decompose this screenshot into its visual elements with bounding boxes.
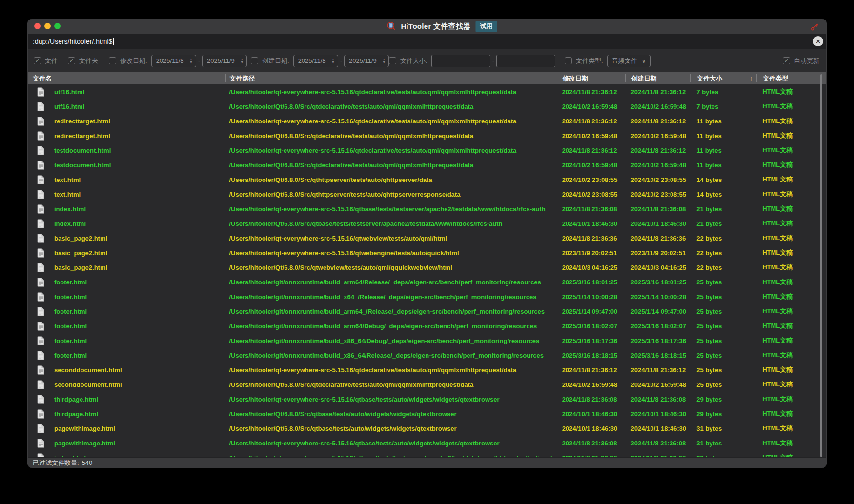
file-path: /Users/hitooler/git/onnxruntime/build_x6… — [225, 293, 556, 301]
column-header-filesize[interactable]: 文件大小 ↑ — [690, 74, 756, 82]
file-size: 31 bytes — [690, 425, 756, 432]
document-file-icon — [37, 439, 44, 448]
file-path: /Users/hitooler/qt-everywhere-src-5.15.1… — [225, 147, 556, 154]
spinner-arrows-icon[interactable]: ▲▼ — [331, 58, 334, 63]
modified-date: 2024/10/1 18:46:30 — [557, 220, 626, 227]
file-size-checkbox[interactable] — [389, 57, 396, 64]
created-date-checkbox[interactable] — [251, 57, 258, 64]
file-path: /Users/hitooler/qt-everywhere-src-5.15.1… — [225, 88, 556, 96]
document-file-icon — [37, 409, 44, 419]
column-header-modified-date[interactable]: 修改日期 — [557, 74, 626, 82]
file-path: /Users/hitooler/git/onnxruntime/build_ar… — [225, 279, 556, 286]
file-checkbox[interactable]: ✓ — [34, 57, 41, 64]
table-row[interactable]: text.html /Users/hitooler/Qt/6.8.0/Src/q… — [28, 187, 826, 202]
file-name: footer.html — [54, 323, 87, 330]
file-type: HTML文稿 — [756, 424, 826, 433]
filter-file: ✓ 文件 — [34, 49, 58, 72]
close-button[interactable] — [34, 23, 41, 29]
document-file-icon — [37, 87, 44, 97]
table-row[interactable]: redirecttarget.html /Users/hitooler/qt-e… — [28, 114, 826, 128]
file-name: basic_page2.html — [54, 235, 107, 242]
filter-created-date: 创建日期: 2025/11/8 ▲▼ - 2025/11/9 ▲▼ — [251, 49, 389, 72]
spinner-arrows-icon[interactable]: ▲▼ — [241, 58, 244, 63]
file-size: 21 bytes — [690, 205, 756, 213]
file-type-dropdown[interactable]: 音频文件 ∨ — [607, 55, 651, 67]
file-name: redirecttarget.html — [54, 118, 110, 125]
table-row[interactable]: text.html /Users/hitooler/Qt/6.8.0/Src/q… — [28, 172, 826, 187]
folder-checkbox[interactable]: ✓ — [68, 57, 75, 64]
file-name: text.html — [54, 191, 81, 198]
table-row[interactable]: pagewithimage.html /Users/hitooler/Qt/6.… — [28, 421, 826, 436]
clear-search-button[interactable]: ✕ — [813, 36, 823, 46]
file-name: footer.html — [54, 352, 87, 359]
file-size-max-input[interactable] — [496, 55, 555, 67]
traffic-lights — [34, 23, 61, 29]
table-row[interactable]: seconddocument.html /Users/hitooler/qt-e… — [28, 363, 826, 377]
search-bar[interactable]: :dup:/Users/hitooler/.html$ ✕ — [28, 34, 826, 50]
table-row[interactable]: utf16.html /Users/hitooler/qt-everywhere… — [28, 84, 826, 99]
column-header-filename[interactable]: 文件名 — [28, 74, 225, 82]
modified-date-checkbox[interactable] — [109, 57, 116, 64]
filter-bar: ✓ 文件 ✓ 文件夹 修改日期: 2025/11/8 ▲▼ - 2025/11/… — [28, 49, 826, 73]
modified-date: 2024/11/8 21:36:36 — [557, 235, 626, 242]
file-type-checkbox[interactable] — [565, 57, 572, 64]
modified-date: 2024/11/8 21:36:08 — [557, 440, 626, 447]
table-row[interactable]: index.html /Users/hitooler/Qt/6.8.0/Src/… — [28, 216, 826, 231]
auto-update-checkbox[interactable]: ✓ — [783, 57, 790, 64]
search-input[interactable]: :dup:/Users/hitooler/.html$ — [28, 38, 112, 45]
modified-from-date-spinner[interactable]: 2025/11/8 ▲▼ — [151, 55, 196, 67]
table-row[interactable]: basic_page2.html /Users/hitooler/qt-ever… — [28, 245, 826, 260]
modified-to-date-spinner[interactable]: 2025/11/9 ▲▼ — [202, 55, 247, 67]
table-row[interactable]: thirdpage.html /Users/hitooler/Qt/6.8.0/… — [28, 406, 826, 421]
spinner-arrows-icon[interactable]: ▲▼ — [189, 58, 192, 63]
zoom-button[interactable] — [54, 23, 61, 29]
document-file-icon — [37, 234, 44, 243]
file-name: index.html — [54, 220, 86, 227]
created-to-date-spinner[interactable]: 2025/11/9 ▲▼ — [344, 55, 389, 67]
table-row[interactable]: basic_page2.html /Users/hitooler/qt-ever… — [28, 231, 826, 245]
file-type: HTML文稿 — [756, 219, 826, 228]
table-row[interactable]: redirecttarget.html /Users/hitooler/Qt/6… — [28, 128, 826, 143]
created-date: 2024/10/2 23:08:55 — [625, 176, 690, 183]
table-row[interactable]: footer.html /Users/hitooler/git/onnxrunt… — [28, 304, 826, 319]
file-path: /Users/hitooler/git/onnxruntime/build_ar… — [225, 308, 556, 315]
column-header-filetype[interactable]: 文件类型 — [756, 74, 826, 82]
created-date: 2024/10/2 23:08:55 — [625, 191, 690, 198]
table-row[interactable]: seconddocument.html /Users/hitooler/Qt/6… — [28, 377, 826, 392]
created-from-date-spinner[interactable]: 2025/11/8 ▲▼ — [293, 55, 338, 67]
created-date: 2024/10/1 18:46:30 — [625, 220, 690, 227]
table-row[interactable]: utf16.html /Users/hitooler/Qt/6.8.0/Src/… — [28, 99, 826, 114]
column-header-filepath[interactable]: 文件路径 — [225, 74, 557, 82]
document-file-icon — [37, 117, 44, 126]
modified-date: 2024/10/2 16:59:48 — [557, 103, 626, 110]
modified-date: 2024/10/2 23:08:55 — [557, 191, 626, 198]
created-date: 2024/10/2 16:59:48 — [625, 161, 690, 169]
table-row[interactable]: testdocument.html /Users/hitooler/qt-eve… — [28, 143, 826, 158]
document-file-icon — [37, 365, 44, 375]
spinner-arrows-icon[interactable]: ▲▼ — [383, 58, 386, 63]
table-row[interactable]: testdocument.html /Users/hitooler/Qt/6.8… — [28, 158, 826, 172]
file-size-min-input[interactable] — [431, 55, 490, 67]
file-size: 14 bytes — [690, 191, 756, 198]
table-row[interactable]: index.html /Users/hitooler/qt-everywhere… — [28, 202, 826, 216]
table-row[interactable]: thirdpage.html /Users/hitooler/qt-everyw… — [28, 392, 826, 406]
table-row[interactable]: footer.html /Users/hitooler/git/onnxrunt… — [28, 275, 826, 289]
file-type: HTML文稿 — [756, 263, 826, 272]
table-row[interactable]: footer.html /Users/hitooler/git/onnxrunt… — [28, 333, 826, 348]
column-header-created-date[interactable]: 创建日期 — [625, 74, 690, 82]
vertical-scrollbar[interactable] — [820, 74, 822, 457]
document-file-icon — [37, 424, 44, 433]
table-row[interactable]: basic_page2.html /Users/hitooler/Qt/6.8.… — [28, 260, 826, 275]
table-row[interactable]: pagewithimage.html /Users/hitooler/qt-ev… — [28, 436, 826, 450]
file-name: redirecttarget.html — [54, 132, 110, 140]
file-size: 22 bytes — [690, 249, 756, 257]
table-row[interactable]: footer.html /Users/hitooler/git/onnxrunt… — [28, 348, 826, 363]
table-row[interactable]: footer.html /Users/hitooler/git/onnxrunt… — [28, 289, 826, 304]
license-key-icon[interactable] — [811, 22, 819, 31]
file-path: /Users/hitooler/Qt/6.8.0/Src/qtdeclarati… — [225, 132, 556, 140]
file-path: /Users/hitooler/git/onnxruntime/build_x8… — [225, 352, 556, 359]
modified-date: 2025/3/16 18:17:36 — [557, 337, 626, 344]
file-type: HTML文稿 — [756, 292, 826, 301]
table-row[interactable]: footer.html /Users/hitooler/git/onnxrunt… — [28, 319, 826, 333]
minimize-button[interactable] — [44, 23, 51, 29]
